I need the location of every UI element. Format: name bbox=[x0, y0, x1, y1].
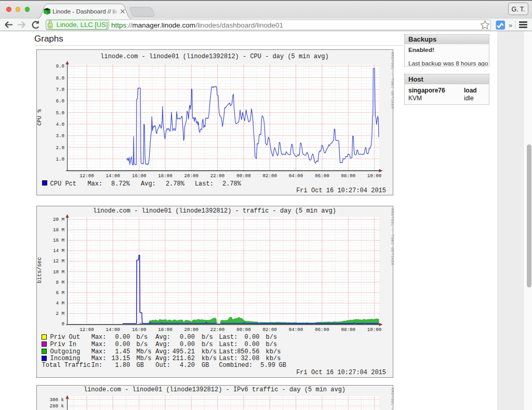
svg-text:RRDTOOL / TOBI OETIKER: RRDTOOL / TOBI OETIKER bbox=[390, 388, 394, 410]
svg-text:280 k: 280 k bbox=[49, 403, 64, 409]
svg-text:linode.com - linode01 (linode1: linode.com - linode01 (linode1392812) - … bbox=[84, 386, 345, 393]
svg-text:300 k: 300 k bbox=[49, 397, 64, 403]
